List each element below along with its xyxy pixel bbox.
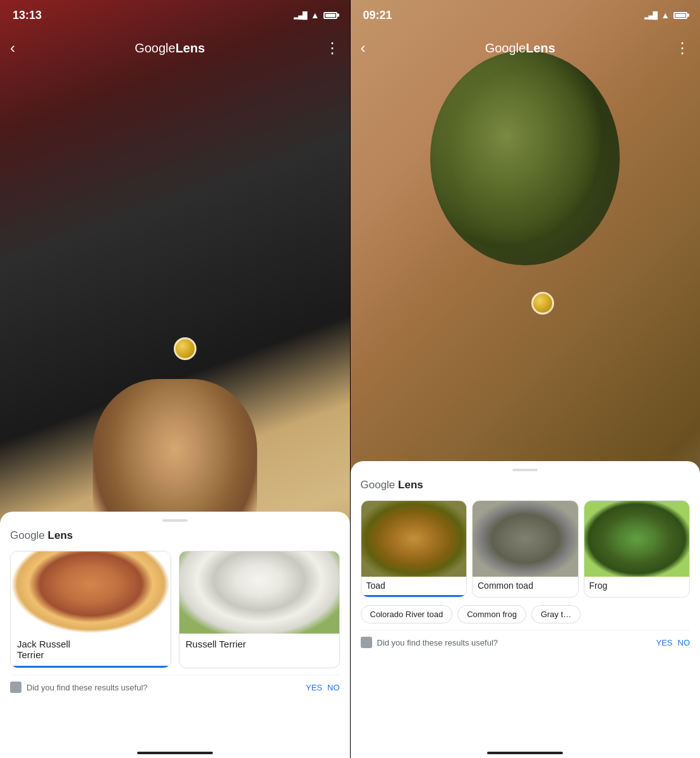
right-phone: 09:21 ▂▄█ ▲ ‹ Google Lens ⋮ Google Lens [351,0,701,758]
chips-row: Colorado River toad Common frog Gray t… [361,605,691,623]
feedback-no-left[interactable]: NO [327,683,340,692]
toad-cards-row: Toad Common toad Frog [361,500,691,598]
sheet-google-left: Google [10,529,45,542]
chip-common-frog[interactable]: Common frog [457,605,526,623]
status-icons-right: ▂▄█ ▲ [644,10,687,20]
signal-icon-right: ▂▄█ [644,11,658,20]
status-time-left: 13:13 [13,9,42,22]
toad-label-1: Toad [361,577,467,597]
back-button-left[interactable]: ‹ [10,39,15,57]
feedback-row-right: Did you find these results useful? YES N… [361,630,691,657]
feedback-icon-left [10,682,21,693]
card-russell-terrier[interactable]: Russell Terrier [179,551,340,668]
card-label-jack-russell: Jack RussellTerrier [11,634,171,668]
feedback-text-right: Did you find these results useful? [377,638,651,647]
card-label-russell-terrier: Russell Terrier [179,634,339,657]
feedback-yes-right[interactable]: YES [656,638,672,647]
feedback-icon-right [361,637,372,648]
back-button-right[interactable]: ‹ [361,39,366,57]
toad-img-2 [473,501,578,577]
dog-cards-row: Jack RussellTerrier Russell Terrier [10,551,340,668]
signal-icon-left: ▂▄█ [294,11,307,20]
sheet-handle-right [512,469,538,471]
toad-img-3 [584,501,690,577]
sheet-handle-left [162,519,188,522]
chip-gray-t[interactable]: Gray t… [531,605,581,623]
battery-left [323,12,337,19]
top-bar-left: ‹ Google Lens ⋮ [0,30,350,66]
toad-label-2: Common toad [473,577,578,597]
card-frog[interactable]: Frog [584,500,691,598]
status-bar-left: 13:13 ▂▄█ ▲ [0,0,350,30]
wifi-icon-left: ▲ [311,10,320,20]
bottom-sheet-left: Google Lens Jack RussellTerrier Russell … [0,512,350,758]
more-button-right[interactable]: ⋮ [675,39,690,57]
more-button-left[interactable]: ⋮ [325,39,340,57]
feedback-no-right[interactable]: NO [678,638,691,647]
status-time-right: 09:21 [363,9,392,22]
app-title-left: Google Lens [135,41,205,56]
top-bar-right: ‹ Google Lens ⋮ [351,30,701,66]
sheet-lens-left: Lens [45,529,73,542]
card-img-russell-terrier [179,551,339,634]
toad-label-3: Frog [584,577,690,597]
card-jack-russell[interactable]: Jack RussellTerrier [10,551,171,668]
card-common-toad[interactable]: Common toad [472,500,579,598]
sheet-title-right: Google Lens [361,479,691,491]
card-img-jack-russell [11,551,171,634]
bottom-sheet-right: Google Lens Toad Common toad Frog Colora… [351,461,701,758]
left-phone: 13:13 ▂▄█ ▲ ‹ Google Lens ⋮ Google Lens [0,0,350,758]
home-indicator-right [487,752,563,754]
status-icons-left: ▂▄█ ▲ [294,10,337,20]
title-google-right: Google [485,41,526,56]
status-bar-right: 09:21 ▂▄█ ▲ [351,0,701,30]
focus-dot-right [531,292,554,315]
card-toad[interactable]: Toad [361,500,468,598]
title-lens-right: Lens [526,41,555,56]
battery-right [673,12,687,19]
sheet-google-right: Google [361,479,395,491]
home-indicator-left [137,752,213,754]
feedback-text-left: Did you find these results useful? [27,683,301,692]
wifi-icon-right: ▲ [661,10,670,20]
toad-image [430,51,620,265]
feedback-row-left: Did you find these results useful? YES N… [10,675,340,702]
sheet-title-left: Google Lens [10,529,340,542]
title-google-left: Google [135,41,176,56]
chip-colorado-river-toad[interactable]: Colorado River toad [361,605,453,623]
sheet-lens-right: Lens [395,479,423,491]
focus-dot-left [174,337,196,360]
app-title-right: Google Lens [485,41,555,56]
feedback-yes-left[interactable]: YES [306,683,322,692]
title-lens-left: Lens [176,41,205,56]
toad-img-1 [361,501,467,577]
